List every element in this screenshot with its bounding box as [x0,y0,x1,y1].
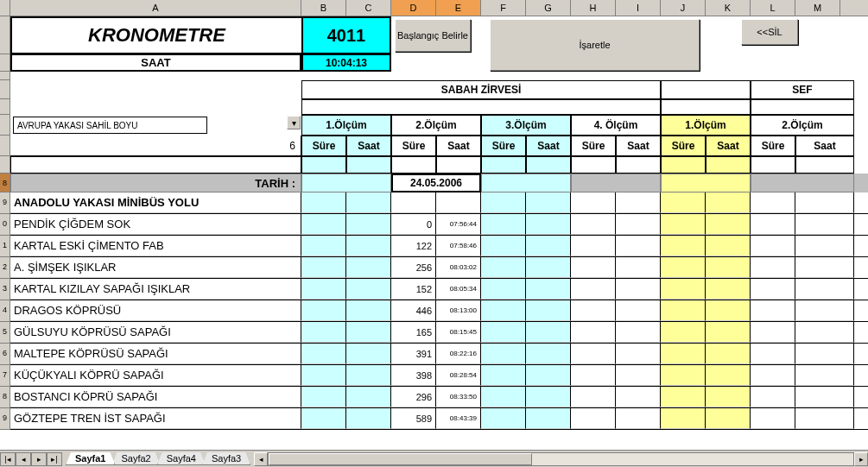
sure-cell[interactable] [481,344,526,364]
sure-cell[interactable] [571,236,616,256]
saat-cell[interactable] [526,236,571,256]
sure-cell[interactable] [301,192,346,213]
saat-cell[interactable] [616,344,661,364]
row-header[interactable]: 9 [0,408,10,430]
sure-cell[interactable] [571,387,616,407]
row-header[interactable]: 4 [0,300,10,322]
saat-cell[interactable] [616,322,661,343]
saat-cell[interactable] [346,365,391,386]
col-header-D[interactable]: D [391,0,436,16]
tarih-blank[interactable] [301,174,391,192]
sure-cell[interactable] [481,408,526,429]
sure-cell[interactable] [301,279,346,300]
sure-cell[interactable]: 296 [391,387,436,407]
route-label[interactable]: A. ŞİMŞEK IŞIKLAR [10,257,301,278]
sure-cell[interactable] [301,236,346,256]
saat-cell[interactable] [526,300,571,321]
sure-cell[interactable] [481,192,526,213]
tab-nav-next-icon[interactable]: ▸ [31,452,47,466]
row-header[interactable]: 3 [0,279,10,300]
sure-cell[interactable] [301,257,346,278]
saat-cell[interactable] [526,257,571,278]
saat-cell[interactable] [526,387,571,407]
route-label[interactable]: GÜLSUYU KÖPRÜSÜ SAPAĞI [10,322,301,343]
saat-cell[interactable] [795,236,854,256]
saat-cell[interactable] [706,408,751,429]
sure-cell[interactable] [661,214,706,235]
route-label[interactable]: DRAGOS KÖPRÜSÜ [10,300,301,321]
sure-cell[interactable] [571,322,616,343]
saat-cell[interactable] [706,300,751,321]
saat-cell[interactable] [706,344,751,364]
saat-cell[interactable] [526,279,571,300]
sure-cell[interactable] [391,192,436,213]
tab-nav-prev-icon[interactable]: ◂ [16,452,31,466]
route-label[interactable]: ANADOLU YAKASI MİNİBÜS YOLU [10,192,301,213]
baslangic-button[interactable]: Başlangıç Belirle [395,19,471,52]
tab-sayfa2[interactable]: Sayfa2 [111,452,160,465]
row-header[interactable]: 1 [0,236,10,257]
sure-cell[interactable] [661,344,706,364]
sure-cell[interactable] [751,408,795,429]
sure-cell[interactable] [661,279,706,300]
route-label[interactable]: GÖZTEPE TREN İST SAPAĞI [10,408,301,429]
saat-cell[interactable] [795,214,854,235]
row-header[interactable] [0,80,10,99]
saat-cell[interactable] [795,365,854,386]
scroll-left-icon[interactable]: ◂ [254,452,268,466]
saat-cell[interactable]: 08:03:02 [436,257,481,278]
sure-cell[interactable] [661,322,706,343]
saat-cell[interactable] [706,236,751,256]
sure-cell[interactable] [301,408,346,429]
col-header-G[interactable]: G [526,0,571,16]
saat-cell[interactable] [795,192,854,213]
sure-cell[interactable] [481,236,526,256]
sure-cell[interactable]: 398 [391,365,436,386]
sure-cell[interactable] [661,257,706,278]
sure-cell[interactable]: 152 [391,279,436,300]
saat-cell[interactable] [346,236,391,256]
saat-cell[interactable]: 08:13:00 [436,300,481,321]
row-header[interactable] [0,16,10,54]
tab-nav-first-icon[interactable]: |◂ [0,452,16,466]
col-header-F[interactable]: F [481,0,526,16]
saat-cell[interactable] [616,365,661,386]
scrollbar-thumb[interactable] [269,453,532,465]
sure-cell[interactable] [571,279,616,300]
sure-cell[interactable] [751,192,795,213]
saat-cell[interactable] [526,408,571,429]
sure-cell[interactable] [301,344,346,364]
saat-cell[interactable]: 08:43:39 [436,408,481,429]
saat-cell[interactable] [795,300,854,321]
saat-cell[interactable]: 08:15:45 [436,322,481,343]
col-header-C[interactable]: C [346,0,391,16]
saat-cell[interactable] [526,322,571,343]
route-dropdown[interactable]: AVRUPA YAKASI SAHİL BOYU ▾ [13,117,207,134]
saat-cell[interactable] [795,279,854,300]
route-label[interactable]: MALTEPE KÖPRÜSÜ SAPAĞI [10,344,301,364]
sure-cell[interactable] [301,387,346,407]
saat-cell[interactable] [346,257,391,278]
sure-cell[interactable] [751,279,795,300]
row-header[interactable] [0,115,10,136]
tab-sayfa3[interactable]: Sayfa3 [202,452,250,465]
row-header[interactable] [0,136,10,156]
col-header-A[interactable]: A [10,0,301,16]
col-header-M[interactable]: M [795,0,840,16]
saat-cell[interactable] [706,365,751,386]
sure-cell[interactable]: 446 [391,300,436,321]
saat-cell[interactable]: 07:56:44 [436,214,481,235]
row-header[interactable] [0,99,10,115]
tab-nav-last-icon[interactable]: ▸| [47,452,62,466]
saat-cell[interactable] [706,387,751,407]
sure-cell[interactable] [751,387,795,407]
tab-sayfa4[interactable]: Sayfa4 [157,452,206,465]
sure-cell[interactable] [571,408,616,429]
saat-cell[interactable] [526,214,571,235]
row-header[interactable]: 9 [0,192,10,214]
saat-cell[interactable] [706,257,751,278]
sil-button[interactable]: <<SİL [741,19,798,45]
sure-cell[interactable]: 165 [391,322,436,343]
sure-cell[interactable] [571,257,616,278]
row-header[interactable]: 7 [0,365,10,387]
